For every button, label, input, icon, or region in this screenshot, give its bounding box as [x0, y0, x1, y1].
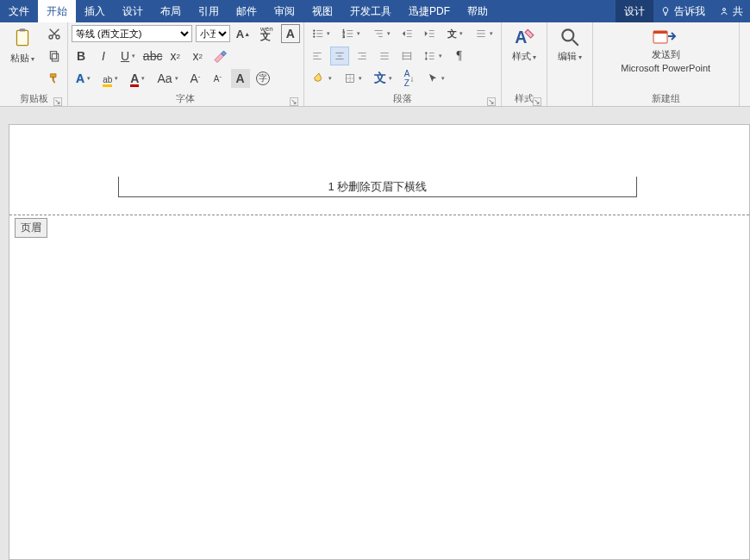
show-marks-button[interactable]: ¶	[450, 47, 469, 65]
font-name-select[interactable]: 等线 (西文正文)	[72, 25, 192, 42]
send-to-label: 发送到	[652, 48, 680, 61]
find-icon	[559, 26, 581, 48]
text-effects-button[interactable]: A▾	[72, 69, 95, 88]
group-clipboard-label: 剪贴板	[20, 93, 48, 103]
bold-button[interactable]: B	[72, 47, 91, 65]
multilevel-list-button[interactable]: ▾	[368, 24, 395, 43]
svg-point-8	[313, 30, 315, 32]
asian-layout-button[interactable]: 文▾	[443, 24, 467, 43]
align-right-button[interactable]	[353, 47, 372, 65]
align-justify-button[interactable]	[375, 47, 394, 65]
subscript-button[interactable]: x2	[166, 47, 184, 65]
character-border-button[interactable]: A	[281, 24, 300, 43]
font-size-select[interactable]: 小五	[196, 25, 230, 42]
clear-formatting-button[interactable]	[210, 47, 229, 65]
svg-point-10	[313, 36, 315, 38]
align-distributed-button[interactable]	[397, 47, 416, 65]
svg-point-0	[723, 9, 726, 11]
svg-rect-6	[52, 53, 58, 61]
underline-button[interactable]: U▾	[116, 47, 140, 65]
cut-button[interactable]	[45, 24, 64, 43]
align-center-button[interactable]	[330, 47, 349, 65]
editing-label: 编辑▾	[558, 50, 582, 63]
align-left-button[interactable]	[308, 47, 327, 65]
tab-context-design[interactable]: 设计	[616, 0, 653, 22]
format-painter-button[interactable]	[45, 69, 64, 88]
header-area[interactable]: 1 秒删除页眉下横线	[118, 177, 637, 197]
send-to-ppt-button[interactable]: 发送到 Microsoft PowerPoint	[597, 24, 734, 75]
tab-home[interactable]: 开始	[38, 0, 76, 22]
tab-review[interactable]: 审阅	[266, 0, 303, 22]
header-text: 1 秒删除页眉下横线	[328, 180, 428, 193]
group-font: 等线 (西文正文) 小五 A▲ wén文 A B I U▾ abc x2 x2	[68, 22, 304, 106]
group-new-label: 新建组	[652, 93, 680, 103]
strikethrough-button[interactable]: abc	[143, 47, 162, 65]
highlight-button[interactable]: ab▾	[98, 69, 122, 88]
borders-button[interactable]: ▾	[340, 69, 366, 88]
asian-char-layout-button[interactable]: 文▾	[370, 69, 397, 88]
share-button[interactable]: 共	[712, 0, 750, 22]
group-paragraph: ▾ 123▾ ▾ 文▾ ▾ ▾ ¶	[304, 22, 502, 106]
superscript-button[interactable]: x2	[188, 47, 207, 65]
decrease-indent-button[interactable]	[398, 24, 417, 43]
document-page[interactable]: 1 秒删除页眉下横线 页眉	[9, 124, 750, 560]
paste-icon	[11, 26, 34, 50]
tab-insert[interactable]: 插入	[76, 0, 114, 22]
styles-launcher[interactable]: ↘	[533, 97, 541, 106]
svg-text:A: A	[515, 28, 527, 47]
tab-xunjiepdf[interactable]: 迅捷PDF	[400, 0, 459, 22]
svg-text:3: 3	[342, 34, 345, 39]
tell-me[interactable]: 告诉我	[653, 0, 712, 22]
send-to-icon	[653, 26, 678, 47]
font-color-button[interactable]: A▾	[126, 69, 149, 88]
font-launcher[interactable]: ↘	[290, 97, 298, 106]
increase-indent-button[interactable]	[421, 24, 440, 43]
tab-devtools[interactable]: 开发工具	[341, 0, 400, 22]
tab-mailings[interactable]: 邮件	[228, 0, 266, 22]
italic-button[interactable]: I	[94, 47, 113, 65]
copy-button[interactable]	[45, 47, 64, 65]
tab-help[interactable]: 帮助	[459, 0, 497, 22]
bullets-button[interactable]: ▾	[308, 24, 334, 43]
tab-references[interactable]: 引用	[190, 0, 228, 22]
shading-button[interactable]: ▾	[308, 69, 336, 88]
grow-font-button[interactable]: A▲	[234, 24, 253, 43]
group-styles-label: 样式	[515, 93, 534, 103]
tab-gap	[497, 0, 616, 22]
shrink-font-button[interactable]: Aˇ	[209, 69, 228, 88]
styles-button[interactable]: A 样式▾	[505, 24, 543, 65]
lightbulb-icon	[660, 6, 671, 16]
paragraph-launcher[interactable]: ↘	[487, 97, 496, 106]
styles-label: 样式▾	[512, 50, 536, 63]
editing-button[interactable]: 编辑▾	[551, 24, 589, 65]
tab-layout[interactable]: 布局	[152, 0, 190, 22]
change-case-button[interactable]: Aa▾	[153, 69, 182, 88]
ribbon: 粘贴▾ 剪贴板 ↘ 等线 (西文正文)	[0, 22, 750, 107]
header-tag[interactable]: 页眉	[15, 218, 47, 238]
tell-me-label: 告诉我	[674, 4, 705, 19]
line-spacing-button[interactable]: ▾	[420, 47, 447, 65]
distribute-button[interactable]: ▾	[471, 24, 497, 43]
svg-rect-18	[653, 31, 667, 34]
share-label: 共	[733, 4, 743, 19]
group-editing: 编辑▾	[547, 22, 593, 106]
svg-rect-7	[50, 52, 56, 59]
group-styles: A 样式▾ 样式 ↘	[502, 22, 547, 106]
svg-point-9	[313, 33, 315, 34]
enclose-char-button[interactable]: 字	[253, 69, 272, 88]
numbering-button[interactable]: 123▾	[338, 24, 365, 43]
select-button[interactable]: ▾	[422, 69, 449, 88]
sort-button[interactable]: AZ↓	[400, 69, 419, 88]
tab-file[interactable]: 文件	[0, 0, 38, 22]
grow-font2-button[interactable]: Aˇ	[186, 69, 205, 88]
paste-button[interactable]: 粘贴▾	[3, 24, 41, 66]
group-clipboard: 粘贴▾ 剪贴板 ↘	[0, 22, 68, 106]
clipboard-launcher[interactable]: ↘	[53, 97, 62, 106]
share-icon	[719, 6, 729, 16]
char-shading-button[interactable]: A	[231, 69, 250, 88]
paste-label: 粘贴▾	[10, 52, 34, 65]
phonetic-guide-button[interactable]: wén文	[256, 24, 278, 43]
tab-design[interactable]: 设计	[114, 0, 152, 22]
tab-view[interactable]: 视图	[303, 0, 341, 22]
group-font-label: 字体	[176, 93, 195, 103]
